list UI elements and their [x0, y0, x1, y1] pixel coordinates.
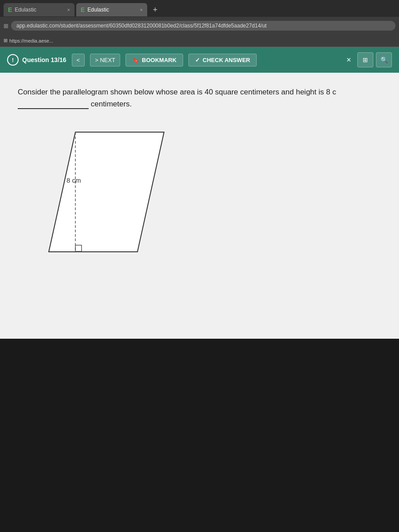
main-content: Consider the parallelogram shown below w…: [0, 73, 399, 339]
tab-1-close[interactable]: ×: [67, 7, 70, 12]
tab-bar: E Edulastic × E Edulastic × +: [0, 0, 399, 17]
nav-back-button[interactable]: <: [72, 54, 85, 66]
bookmark-icon: 🔖: [132, 57, 139, 63]
bookmark-item[interactable]: ⊞ https://media.aese...: [4, 38, 53, 43]
grid-icon: ⊞: [363, 56, 368, 63]
new-tab-button[interactable]: +: [149, 4, 161, 16]
svg-marker-0: [49, 132, 164, 252]
bookmark-icon: ⊞: [4, 38, 8, 43]
height-label: 8 cm: [66, 176, 81, 184]
search-button[interactable]: 🔍: [376, 52, 392, 67]
question-text-part1: Consider the parallelogram shown below w…: [18, 88, 336, 96]
question-label: Question 13/16: [22, 56, 66, 63]
app-toolbar: ! Question 13/16 < > NEXT 🔖 BOOKMARK ✓ C…: [0, 47, 399, 73]
bottom-area: [0, 339, 399, 516]
bookmark-button[interactable]: 🔖 BOOKMARK: [125, 54, 183, 66]
tab-2-icon: E: [81, 6, 85, 13]
answer-input[interactable]: [18, 100, 89, 109]
tab-1-icon: E: [8, 6, 12, 13]
shape-container: 8 cm: [44, 123, 186, 274]
check-answer-label: CHECK ANSWER: [203, 57, 250, 63]
question-text-part2: centimeters.: [91, 100, 132, 108]
question-text: Consider the parallelogram shown below w…: [18, 86, 381, 110]
page-icon: ⊞: [4, 23, 8, 29]
question-info: ! Question 13/16: [7, 54, 66, 66]
browser-chrome: E Edulastic × E Edulastic × + ⊞ ⊞ https:…: [0, 0, 399, 47]
bookmark-label: BOOKMARK: [142, 57, 176, 63]
check-icon: ✓: [195, 57, 200, 63]
tab-2-label: Edulastic: [87, 7, 109, 13]
address-bar-row: ⊞: [0, 17, 399, 35]
bookmark-label: https://media.aese...: [9, 38, 53, 43]
nav-next-label: > NEXT: [95, 57, 115, 63]
nav-next-button[interactable]: > NEXT: [90, 54, 120, 66]
address-bar[interactable]: [11, 21, 395, 31]
nav-back-icon: <: [77, 57, 80, 63]
toolbar-right: × ⊞ 🔍: [343, 52, 392, 67]
search-icon: 🔍: [380, 56, 388, 63]
parallelogram-svg: [44, 123, 177, 265]
close-button[interactable]: ×: [343, 54, 355, 66]
tab-2-close[interactable]: ×: [140, 7, 143, 12]
tab-1-label: Edulastic: [15, 7, 36, 13]
grid-button[interactable]: ⊞: [357, 52, 373, 67]
tab-1[interactable]: E Edulastic ×: [4, 3, 74, 16]
check-answer-button[interactable]: ✓ CHECK ANSWER: [188, 54, 257, 66]
bookmark-bar: ⊞ https://media.aese...: [0, 35, 399, 47]
info-button[interactable]: !: [7, 54, 19, 66]
tab-2[interactable]: E Edulastic ×: [76, 3, 147, 16]
